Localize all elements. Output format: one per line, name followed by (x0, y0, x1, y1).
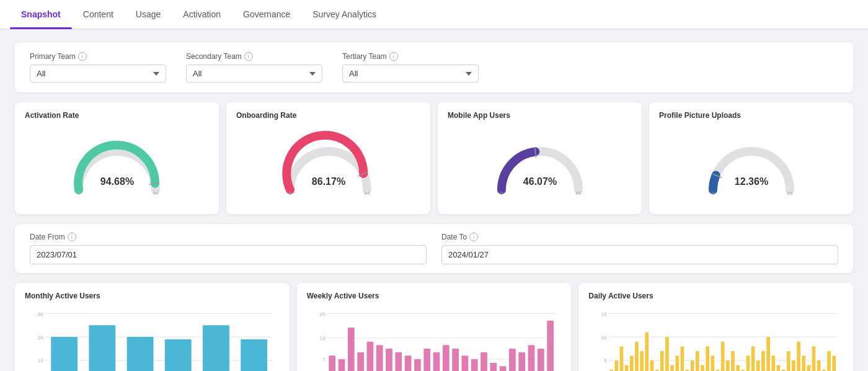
tab-survey-analytics[interactable]: Survey Analytics (301, 0, 388, 29)
svg-text:10: 10 (38, 358, 43, 364)
secondary-team-label: Secondary Team i (186, 52, 322, 61)
gauge-visual: 94.68% 0 94 (25, 125, 209, 205)
navigation-bar: Snapshot Content Usage Activation Govern… (0, 0, 868, 30)
svg-rect-66 (518, 352, 525, 371)
svg-rect-98 (681, 346, 684, 371)
chart-card-weekly: Weekly Active Users 071320 Jul 2Aug 27Oc… (297, 283, 572, 371)
date-from-label: Date From i (30, 233, 427, 241)
svg-rect-51 (376, 345, 383, 371)
svg-rect-100 (691, 360, 694, 371)
date-from-info-icon[interactable]: i (68, 233, 76, 241)
primary-team-info-icon[interactable]: i (78, 52, 87, 61)
svg-rect-30 (241, 339, 267, 371)
gauge-title: Activation Rate (25, 111, 209, 120)
svg-rect-62 (480, 352, 487, 371)
bar-chart-svg: 071320 Jul 2Aug 27Oct 7Nov 19Jan 1, 2024 (307, 306, 562, 371)
svg-rect-101 (696, 351, 699, 371)
tertiary-team-info-icon[interactable]: i (389, 52, 398, 61)
svg-rect-128 (833, 355, 836, 371)
date-filter-section: Date From i Date To i (15, 224, 853, 273)
svg-text:0: 0 (711, 190, 714, 196)
svg-rect-112 (751, 346, 755, 371)
svg-text:15: 15 (601, 311, 607, 317)
date-to-label: Date To i (441, 233, 838, 241)
chart-title-monthly: Monthly Active Users (25, 292, 280, 300)
chart-title-weekly: Weekly Active Users (307, 292, 562, 300)
svg-rect-109 (737, 365, 740, 371)
date-from-group: Date From i (30, 233, 427, 264)
svg-rect-58 (443, 345, 450, 371)
svg-rect-69 (547, 321, 554, 371)
chart-area-weekly: 071320 Jul 2Aug 27Oct 7Nov 19Jan 1, 2024 (307, 306, 562, 371)
svg-rect-114 (761, 351, 765, 371)
date-from-input[interactable] (30, 245, 427, 264)
bar-chart-svg: 0102030 Jul 2023Aug 2023Sep 2023Oct 2023… (25, 306, 280, 371)
svg-rect-106 (721, 342, 725, 371)
tab-snapshot[interactable]: Snapshot (10, 0, 72, 29)
gauge-card-onboarding-rate: Onboarding Rate 86.17% 0 94 (226, 102, 430, 214)
chart-title-daily: Daily Active Users (588, 292, 843, 300)
gauge-svg: 86.17% 0 94 (279, 134, 378, 196)
gauge-visual: 86.17% 0 94 (236, 125, 420, 205)
tab-activation[interactable]: Activation (172, 0, 232, 29)
svg-rect-65 (509, 349, 516, 371)
svg-rect-53 (395, 352, 402, 371)
svg-text:86.17%: 86.17% (311, 176, 345, 187)
svg-rect-60 (461, 355, 468, 371)
tab-content[interactable]: Content (72, 0, 125, 29)
svg-rect-127 (827, 351, 831, 371)
tertiary-team-label: Tertiary Team i (342, 52, 479, 61)
chart-card-monthly: Monthly Active Users 0102030 Jul 2023Aug… (15, 283, 290, 371)
svg-rect-55 (414, 359, 421, 371)
primary-team-filter: Primary Team i All (30, 52, 166, 83)
svg-rect-64 (499, 366, 506, 371)
svg-rect-68 (538, 349, 544, 371)
svg-rect-25 (51, 337, 78, 371)
primary-team-label: Primary Team i (30, 52, 166, 61)
svg-text:12.36%: 12.36% (734, 176, 768, 187)
svg-rect-117 (777, 365, 781, 371)
svg-rect-115 (767, 337, 771, 371)
tertiary-team-select[interactable]: All (342, 65, 479, 83)
svg-rect-27 (127, 337, 154, 371)
secondary-team-select[interactable]: All (186, 65, 322, 83)
svg-rect-97 (676, 355, 680, 371)
svg-rect-95 (665, 337, 669, 371)
svg-rect-121 (797, 342, 801, 371)
primary-team-select[interactable]: All (30, 65, 166, 83)
svg-rect-54 (404, 355, 411, 371)
main-content: Primary Team i All Secondary Team i All … (0, 30, 868, 371)
svg-text:20: 20 (320, 311, 326, 317)
date-to-input[interactable] (441, 245, 838, 264)
svg-rect-90 (640, 351, 644, 371)
svg-rect-63 (490, 363, 497, 371)
chart-area-daily: 051015 Jul 1Aug 1Sep 1Oct 1Nov 12Jan 1, … (588, 306, 843, 371)
svg-rect-124 (812, 346, 816, 371)
svg-text:89: 89 (575, 190, 581, 196)
svg-rect-89 (635, 342, 639, 371)
date-to-group: Date To i (441, 233, 838, 264)
svg-rect-56 (423, 349, 430, 371)
secondary-team-info-icon[interactable]: i (244, 52, 253, 61)
svg-rect-94 (660, 351, 664, 371)
tab-usage[interactable]: Usage (125, 0, 172, 29)
svg-rect-59 (452, 349, 459, 371)
gauge-visual: 12.36% 0 89 (659, 125, 843, 205)
secondary-team-filter: Secondary Team i All (186, 52, 322, 83)
svg-rect-29 (203, 325, 229, 371)
gauge-title: Onboarding Rate (236, 111, 420, 120)
filter-section: Primary Team i All Secondary Team i All … (15, 42, 853, 92)
gauge-svg: 94.68% 0 94 (68, 134, 167, 196)
svg-text:46.07%: 46.07% (523, 176, 556, 187)
svg-rect-57 (433, 352, 440, 371)
tertiary-team-filter: Tertiary Team i All (342, 52, 479, 83)
gauge-card-activation-rate: Activation Rate 94.68% 0 94 (15, 102, 219, 214)
svg-rect-28 (165, 339, 192, 371)
svg-rect-87 (625, 365, 629, 371)
gauge-cards-row: Activation Rate 94.68% 0 94 Onboarding R… (15, 102, 853, 214)
svg-text:10: 10 (601, 335, 607, 341)
date-to-info-icon[interactable]: i (469, 233, 478, 241)
tab-governance[interactable]: Governance (232, 0, 301, 29)
svg-rect-26 (89, 325, 115, 371)
svg-rect-119 (787, 351, 790, 371)
